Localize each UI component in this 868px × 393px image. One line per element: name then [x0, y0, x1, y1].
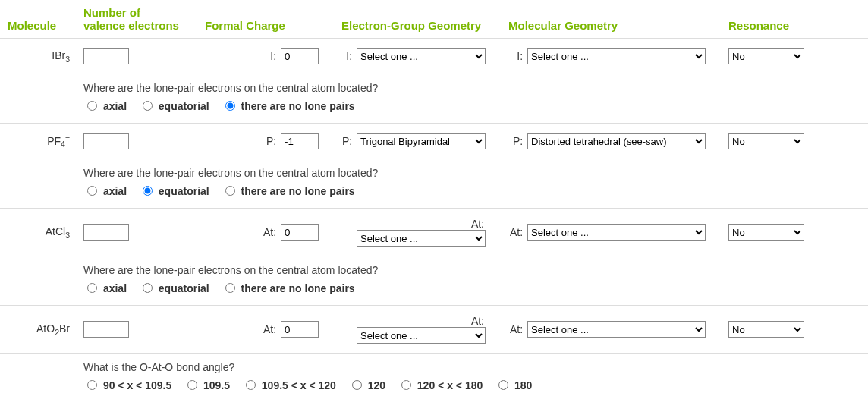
fc-atom-label: At:: [263, 226, 276, 238]
fc-atom-label: I:: [270, 50, 276, 62]
lone-pair-question: Where are the lone-pair electrons on the…: [83, 167, 860, 179]
fc-atom-label: P:: [266, 135, 276, 147]
bond-angle-option[interactable]: 109.5 < x < 120: [242, 379, 336, 391]
molecule-label: AtO2Br: [8, 322, 83, 337]
electron-group-geometry-select[interactable]: Select one ...: [357, 230, 486, 247]
bond-angle-option[interactable]: 120 < x < 180: [398, 379, 483, 391]
electron-group-geometry-select[interactable]: Trigonal Bipyramidal: [357, 133, 486, 149]
lone-pair-option-equatorial[interactable]: equatorial: [139, 282, 209, 294]
header-formal: Formal Charge: [205, 19, 341, 32]
lone-pair-option-axial[interactable]: axial: [83, 185, 127, 197]
resonance-select[interactable]: No: [728, 224, 804, 241]
table-row: AtCl3 At: At: Select one ... At: Select …: [0, 209, 868, 256]
egg-atom-label: At:: [471, 315, 484, 327]
bond-angle-option[interactable]: 90 < x < 109.5: [83, 379, 171, 391]
fc-atom-label: At:: [263, 323, 276, 335]
header-mg: Molecular Geometry: [508, 19, 728, 32]
lone-pair-option-none[interactable]: there are no lone pairs: [222, 100, 355, 112]
formal-charge-input[interactable]: [281, 133, 319, 149]
valence-input[interactable]: [83, 321, 129, 338]
bond-angle-option[interactable]: 109.5: [184, 379, 230, 391]
bond-angle-option[interactable]: 120: [348, 379, 385, 391]
header-molecule: Molecule: [8, 19, 83, 32]
lone-pair-option-none[interactable]: there are no lone pairs: [222, 282, 355, 294]
header-res: Resonance: [728, 19, 819, 32]
valence-input[interactable]: [83, 133, 129, 149]
molecular-geometry-select[interactable]: Select one ...: [527, 48, 706, 64]
resonance-select[interactable]: No: [728, 133, 804, 149]
egg-atom-label: I:: [346, 50, 352, 62]
lone-pair-question: Where are the lone-pair electrons on the…: [83, 82, 860, 94]
molecule-label: AtCl3: [8, 225, 83, 240]
molecular-geometry-select[interactable]: Select one ...: [527, 321, 706, 338]
electron-group-geometry-select[interactable]: Select one ...: [357, 48, 486, 64]
lone-pair-option-none[interactable]: there are no lone pairs: [222, 185, 355, 197]
molecular-geometry-select[interactable]: Select one ...: [527, 224, 706, 241]
molecule-label: IBr3: [8, 49, 83, 64]
bond-angle-option[interactable]: 180: [495, 379, 532, 391]
bond-angle-subrow: What is the O-At-O bond angle? 90 < x < …: [0, 354, 868, 393]
header-egg: Electron-Group Geometry: [341, 19, 508, 32]
table-row: PF4− P: P: Trigonal Bipyramidal P: Disto…: [0, 124, 868, 159]
formal-charge-input[interactable]: [281, 224, 319, 241]
lone-pair-subrow: Where are the lone-pair electrons on the…: [0, 256, 868, 306]
egg-atom-label: P:: [342, 135, 352, 147]
molecule-label: PF4−: [8, 133, 83, 149]
egg-atom-label: At:: [471, 218, 484, 230]
resonance-select[interactable]: No: [728, 48, 804, 64]
mg-atom-label: I:: [517, 50, 523, 62]
electron-group-geometry-select[interactable]: Select one ...: [357, 327, 486, 344]
mg-atom-label: At:: [510, 323, 523, 335]
mg-atom-label: At:: [510, 226, 523, 238]
table-row: AtO2Br At: At: Select one ... At: Select…: [0, 306, 868, 354]
molecular-geometry-select[interactable]: Distorted tetrahedral (see-saw): [527, 133, 706, 149]
lone-pair-option-axial[interactable]: axial: [83, 282, 127, 294]
lone-pair-question: Where are the lone-pair electrons on the…: [83, 264, 860, 276]
lone-pair-option-axial[interactable]: axial: [83, 100, 127, 112]
resonance-select[interactable]: No: [728, 321, 804, 338]
valence-input[interactable]: [83, 48, 129, 64]
lone-pair-subrow: Where are the lone-pair electrons on the…: [0, 159, 868, 209]
formal-charge-input[interactable]: [281, 48, 319, 64]
lone-pair-option-equatorial[interactable]: equatorial: [139, 100, 209, 112]
bond-angle-question: What is the O-At-O bond angle?: [83, 361, 860, 373]
mg-atom-label: P:: [513, 135, 523, 147]
table-row: IBr3 I: I: Select one ... I: Select one …: [0, 39, 868, 74]
lone-pair-subrow: Where are the lone-pair electrons on the…: [0, 74, 868, 124]
header-valence: Number of valence electrons: [83, 6, 205, 32]
valence-input[interactable]: [83, 224, 129, 241]
formal-charge-input[interactable]: [281, 321, 319, 338]
lone-pair-option-equatorial[interactable]: equatorial: [139, 185, 209, 197]
